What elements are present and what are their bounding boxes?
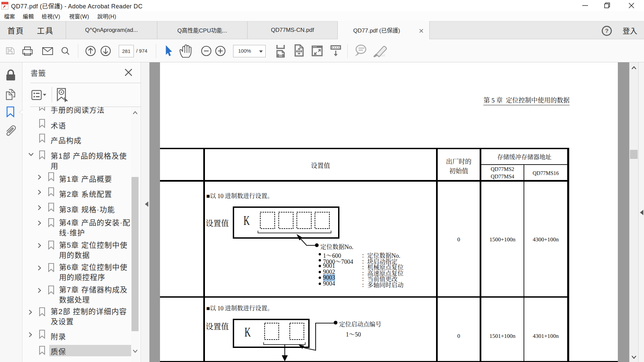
svg-text:?: ? <box>605 28 608 34</box>
